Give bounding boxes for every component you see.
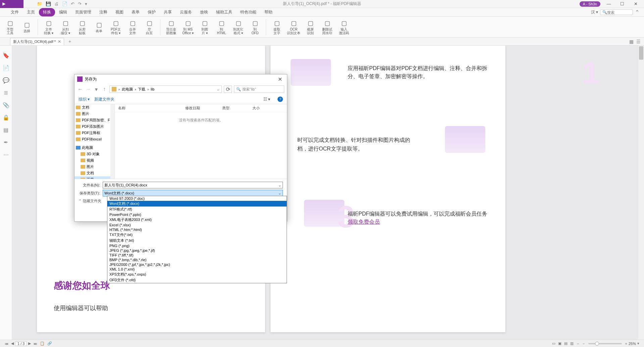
search-input[interactable] bbox=[607, 10, 631, 14]
tab-comment[interactable]: 注释 bbox=[95, 8, 111, 16]
filetype-dropdown[interactable]: Word 97-2003 (*.doc)Word文档 (*.docx)RTF格式… bbox=[107, 196, 287, 283]
zoom-out-icon[interactable]: − bbox=[581, 342, 586, 346]
ribbon-button[interactable]: ▢PDF文件包 ▾ bbox=[108, 17, 123, 37]
nav-folder-item[interactable]: 文档 bbox=[75, 104, 114, 111]
ribbon-button[interactable]: ▢导出全部图像 bbox=[164, 17, 179, 37]
bc-3[interactable]: lib bbox=[151, 87, 154, 91]
tab-help[interactable]: 帮助 bbox=[260, 8, 277, 16]
ribbon-button[interactable]: ▢从剪贴板 bbox=[75, 17, 90, 37]
col-size[interactable]: 大小 bbox=[249, 106, 263, 111]
filetype-option[interactable]: PNG (*.png) bbox=[107, 243, 287, 248]
filetype-option[interactable]: JPEG (*.jpg,*.jpeg,*.jpe,*.jif) bbox=[107, 248, 287, 253]
filetype-option[interactable]: PowerPoint (*.pptx) bbox=[107, 212, 287, 217]
nav-fwd-icon[interactable]: → bbox=[85, 86, 91, 92]
bc-dropdown-icon[interactable]: ⌄ bbox=[216, 87, 219, 92]
link-icon[interactable]: 🔗 bbox=[46, 341, 53, 346]
file-icon[interactable]: 📄 bbox=[62, 1, 67, 6]
page-indicator[interactable]: 1 / 3 bbox=[15, 341, 27, 346]
new-folder-button[interactable]: 新建文件夹 bbox=[94, 97, 114, 102]
filetype-combobox[interactable]: Word文档 (*.docx) ⌄ bbox=[103, 190, 283, 196]
nav-sub-item[interactable]: 3D 对象 bbox=[75, 151, 114, 157]
ribbon-button[interactable]: ▢手型工具 bbox=[3, 17, 17, 37]
attachments-icon[interactable]: 📎 bbox=[3, 102, 9, 108]
ribbon-button[interactable]: ▢到图片 ▾ bbox=[197, 17, 212, 37]
minimize-button[interactable]: — bbox=[604, 1, 614, 6]
close-tab-icon[interactable]: ✕ bbox=[58, 39, 61, 44]
maximize-button[interactable]: ☐ bbox=[617, 1, 627, 6]
comments-icon[interactable]: 💬 bbox=[3, 77, 9, 83]
undo-icon[interactable]: ↶ bbox=[71, 1, 75, 6]
print-icon[interactable]: 🖨 bbox=[54, 1, 59, 6]
nav-hist-icon[interactable]: ▾ bbox=[93, 86, 99, 93]
dialog-close-icon[interactable]: ✕ bbox=[276, 76, 284, 82]
collapse-ribbon-icon[interactable]: ⌃ bbox=[635, 9, 639, 15]
open-icon[interactable]: 📁 bbox=[37, 1, 42, 6]
nav-folder-item[interactable]: PDF局部加密、F bbox=[75, 117, 114, 123]
organize-button[interactable]: 组织 ▾ bbox=[79, 97, 90, 102]
first-page-icon[interactable]: ⏮ bbox=[3, 342, 10, 346]
save-icon[interactable]: 💾 bbox=[46, 1, 51, 6]
nav-folder-item[interactable]: PDF转excel bbox=[75, 136, 114, 142]
tab-acc[interactable]: 辅助工具 bbox=[212, 8, 236, 16]
tab-file[interactable]: 文件 bbox=[7, 8, 23, 16]
tab-share[interactable]: 共享 bbox=[160, 8, 176, 16]
language-icon[interactable]: 汉 ▾ bbox=[591, 9, 598, 15]
nav-back-icon[interactable]: ← bbox=[77, 86, 83, 92]
layers-icon[interactable]: ≣ bbox=[4, 90, 8, 96]
more-icon[interactable]: ▾ bbox=[85, 1, 87, 6]
ribbon-button[interactable]: ▢到其它格式 ▾ bbox=[231, 17, 246, 37]
ribbon-button[interactable]: ▢删除试用水印 bbox=[320, 17, 335, 37]
tab-home[interactable]: 主页 bbox=[23, 8, 39, 16]
scrollbar-thumb[interactable] bbox=[639, 46, 643, 60]
filetype-option[interactable]: BMP (*.bmp,*.dib,*.rle) bbox=[107, 257, 287, 262]
tab-pagemgmt[interactable]: 页面管理 bbox=[71, 8, 95, 16]
add-tab-button[interactable]: ＋ bbox=[67, 39, 72, 45]
nav-up-icon[interactable]: ↑ bbox=[101, 86, 107, 92]
tab-form[interactable]: 表单 bbox=[128, 8, 144, 16]
view-options-icon[interactable]: ☷ ▾ bbox=[263, 97, 270, 102]
col-type[interactable]: 类型 bbox=[219, 106, 249, 111]
zoom-slider[interactable] bbox=[588, 343, 622, 344]
tab-protect[interactable]: 保护 bbox=[144, 8, 160, 16]
help-icon[interactable]: ? bbox=[278, 97, 283, 102]
document-tab[interactable]: 新人引导(1)_OCR(4).pdf * ✕ bbox=[10, 38, 64, 45]
nav-thispc[interactable]: 此电脑 bbox=[75, 144, 114, 151]
col-date[interactable]: 修改日期 bbox=[182, 106, 219, 111]
navpane-scroll[interactable] bbox=[110, 104, 114, 179]
close-button[interactable]: ✕ bbox=[631, 1, 641, 6]
filetype-option[interactable]: JPEG2000 (*.jpf,*.jpx,*.jp2,*.j2k,*.jpc) bbox=[107, 262, 287, 267]
ribbon-button[interactable]: ▢提取文字 bbox=[269, 17, 284, 37]
ribbon-button[interactable]: ▢从扫描仪 ▾ bbox=[58, 17, 73, 37]
ribbon-button[interactable]: ▢表单 bbox=[92, 17, 106, 37]
ribbon-button[interactable]: ▢合并文件 bbox=[125, 17, 140, 37]
thumbnail-view-icon[interactable]: ▦ bbox=[629, 39, 634, 44]
list-view-icon[interactable]: ☰ bbox=[636, 39, 641, 44]
zoom-level[interactable]: 25% bbox=[629, 342, 636, 346]
more-panel-icon[interactable]: ⋯ bbox=[3, 152, 9, 158]
filetype-option[interactable]: RTF格式(*.rtf) bbox=[107, 207, 287, 212]
redo-icon[interactable]: ↷ bbox=[78, 1, 82, 6]
zoom-knob[interactable] bbox=[595, 342, 599, 346]
filename-input[interactable]: 新人引导(1)_OCR(4).docx ⌄ bbox=[103, 182, 283, 188]
form-icon[interactable]: ▤ bbox=[3, 127, 8, 133]
tab-convert[interactable]: 转换 bbox=[39, 8, 55, 16]
view-mode-1-icon[interactable]: ▭ bbox=[551, 341, 557, 346]
ribbon-button[interactable]: ▢到HTML bbox=[214, 17, 229, 37]
folder-search[interactable]: 🔍 搜索"lib" bbox=[234, 85, 284, 93]
ribbon-button[interactable]: ▢到OFD bbox=[248, 17, 262, 37]
security-icon[interactable]: 🔒 bbox=[3, 114, 9, 121]
tab-cloud[interactable]: 云服务 bbox=[176, 8, 196, 16]
bc-1[interactable]: 此电脑 bbox=[122, 87, 133, 92]
ribbon-button[interactable]: ▢文件转换 ▾ bbox=[41, 17, 56, 37]
last-page-icon[interactable]: ⏭ bbox=[32, 342, 39, 346]
filetype-option[interactable]: XPS文档(*.xps,*.oxps) bbox=[107, 272, 287, 277]
ribbon-button[interactable]: ▢截屏识别 bbox=[303, 17, 318, 37]
refresh-icon[interactable]: ⟳ bbox=[224, 85, 232, 93]
filename-dd-icon[interactable]: ⌄ bbox=[278, 183, 281, 187]
nav-folder-item[interactable]: PDF注释框 bbox=[75, 130, 114, 136]
prev-page-icon[interactable]: ◀ bbox=[10, 341, 15, 346]
bc-2[interactable]: 下载 bbox=[138, 87, 145, 92]
view-mode-3-icon[interactable]: ▤ bbox=[563, 341, 569, 346]
ribbon-button[interactable]: ▢空白页 bbox=[142, 17, 157, 37]
filetype-option[interactable]: Word文档 (*.docx) bbox=[107, 201, 287, 207]
